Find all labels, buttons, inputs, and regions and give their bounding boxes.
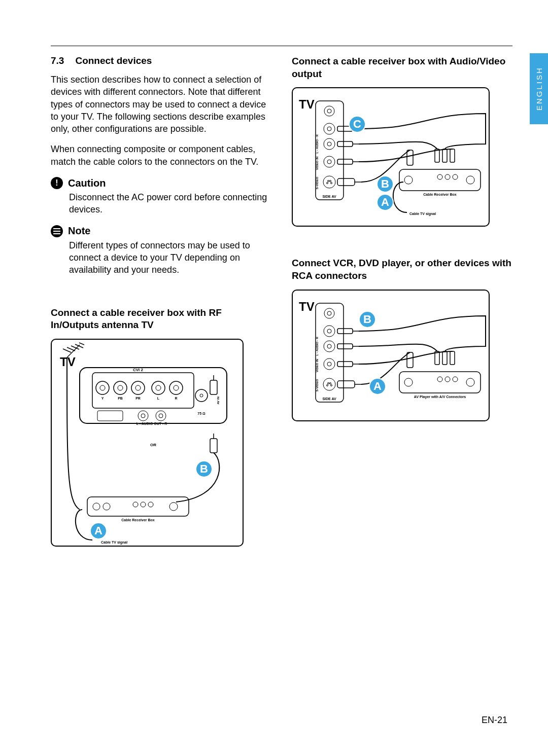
- svg-rect-74: [399, 169, 481, 191]
- svg-text:Cable Receiver Box: Cable Receiver Box: [423, 193, 456, 196]
- svg-text:PR: PR: [135, 397, 141, 400]
- svg-text:L: L: [157, 397, 160, 400]
- svg-point-115: [445, 377, 450, 382]
- svg-point-40: [93, 503, 100, 510]
- svg-point-42: [133, 502, 138, 507]
- svg-text:Y: Y: [101, 397, 104, 400]
- page-content: 7.3Connect devices This section describe…: [0, 0, 548, 756]
- svg-point-99: [331, 384, 332, 386]
- note-icon: [51, 225, 63, 237]
- svg-point-25: [138, 411, 148, 421]
- svg-point-78: [453, 174, 458, 179]
- svg-point-55: [324, 156, 335, 167]
- intro-paragraph-2: When connecting composite or component c…: [51, 143, 271, 168]
- caution-text: Disconnect the AC power cord before conn…: [51, 191, 271, 216]
- svg-text:AV IN: AV IN: [217, 397, 220, 405]
- svg-point-28: [159, 414, 163, 418]
- svg-text:L - AUDIO - R: L - AUDIO - R: [316, 134, 319, 154]
- intro-paragraph-1: This section describes how to connect a …: [51, 74, 271, 135]
- diagram-rf: CVI 2 Y PB PR L R L - AUDIO OU: [51, 339, 244, 547]
- svg-rect-24: [97, 411, 123, 421]
- subheading-av: Connect a cable receiver box with Audio/…: [292, 55, 512, 80]
- svg-point-94: [327, 362, 331, 366]
- svg-point-41: [103, 503, 110, 510]
- svg-text:Cable TV signal: Cable TV signal: [101, 541, 127, 545]
- svg-text:CVI 2: CVI 2: [133, 368, 144, 372]
- section-title: Connect devices: [75, 55, 152, 66]
- diagram-rca: L - AUDIO - R VIDEO IN S-VIDEO SIDE AV: [292, 290, 490, 421]
- svg-point-27: [156, 411, 166, 421]
- svg-point-10: [100, 385, 105, 390]
- svg-point-116: [453, 377, 458, 382]
- svg-rect-122: [407, 352, 413, 368]
- svg-point-92: [327, 344, 331, 348]
- badge-a: A: [369, 378, 386, 395]
- svg-point-95: [323, 378, 335, 390]
- svg-point-79: [466, 176, 474, 184]
- svg-text:AV Player with A/V Connectors: AV Player with A/V Connectors: [414, 395, 466, 399]
- svg-point-16: [156, 385, 161, 390]
- svg-point-26: [141, 414, 145, 418]
- svg-rect-84: [407, 150, 413, 165]
- svg-text:VIDEO IN: VIDEO IN: [316, 359, 319, 372]
- svg-point-60: [327, 183, 328, 184]
- svg-rect-68: [337, 141, 353, 147]
- note-text: Different types of connectors may be use…: [51, 239, 271, 276]
- section-heading: 7.3Connect devices: [51, 55, 271, 66]
- svg-rect-106: [337, 344, 353, 349]
- svg-point-61: [331, 183, 332, 184]
- svg-rect-104: [337, 329, 353, 334]
- tv-label: TV: [60, 355, 76, 369]
- svg-rect-72: [337, 178, 355, 186]
- left-column: 7.3Connect devices This section describe…: [51, 55, 271, 547]
- svg-text:SIDE AV: SIDE AV: [322, 397, 336, 401]
- svg-point-30: [195, 389, 208, 402]
- svg-point-90: [327, 329, 331, 333]
- tv-label: TV: [299, 97, 315, 112]
- right-column: Connect a cable receiver box with Audio/…: [292, 55, 512, 547]
- svg-point-87: [324, 308, 334, 318]
- svg-point-117: [466, 378, 474, 386]
- svg-point-9: [96, 381, 109, 394]
- svg-rect-82: [442, 149, 447, 162]
- svg-point-88: [327, 311, 331, 315]
- caution-label: Caution: [68, 177, 106, 189]
- page-number: EN-21: [482, 715, 507, 726]
- svg-point-76: [437, 174, 442, 179]
- svg-point-52: [327, 127, 331, 131]
- svg-point-59: [330, 181, 331, 182]
- svg-point-75: [404, 176, 413, 184]
- svg-text:SIDE AV: SIDE AV: [322, 195, 336, 198]
- svg-rect-110: [337, 381, 355, 388]
- section-number: 7.3: [51, 55, 64, 66]
- svg-line-5: [79, 343, 84, 345]
- subheading-rf: Connect a cable receiver box with RF In/…: [51, 307, 271, 332]
- svg-point-89: [324, 326, 335, 337]
- diagram-av: L - AUDIO - R VIDEO IN S-VIDEO SIDE AV: [292, 87, 490, 227]
- svg-rect-7: [92, 373, 194, 408]
- svg-point-45: [169, 502, 178, 511]
- svg-point-96: [328, 382, 329, 384]
- svg-text:L - AUDIO OUT - R: L - AUDIO OUT - R: [136, 422, 167, 425]
- svg-point-17: [169, 381, 183, 394]
- svg-point-14: [135, 385, 141, 390]
- svg-rect-121: [450, 351, 455, 365]
- badge-b: B: [359, 311, 376, 328]
- svg-text:S-VIDEO: S-VIDEO: [316, 177, 319, 190]
- svg-text:OR: OR: [150, 443, 156, 447]
- svg-point-54: [327, 142, 331, 146]
- svg-point-15: [152, 381, 165, 394]
- svg-text:PB: PB: [118, 397, 123, 400]
- svg-rect-86: [316, 303, 344, 402]
- svg-point-43: [141, 502, 146, 507]
- svg-point-57: [323, 176, 335, 188]
- svg-rect-34: [210, 380, 217, 394]
- svg-text:Cable TV signal: Cable TV signal: [409, 212, 436, 216]
- svg-rect-36: [210, 439, 217, 453]
- subheading-rca: Connect VCR, DVD player, or other device…: [292, 257, 512, 282]
- svg-rect-39: [87, 497, 189, 516]
- svg-point-113: [404, 378, 413, 386]
- top-rule: [51, 46, 512, 46]
- svg-point-50: [327, 109, 331, 113]
- svg-rect-83: [450, 149, 455, 162]
